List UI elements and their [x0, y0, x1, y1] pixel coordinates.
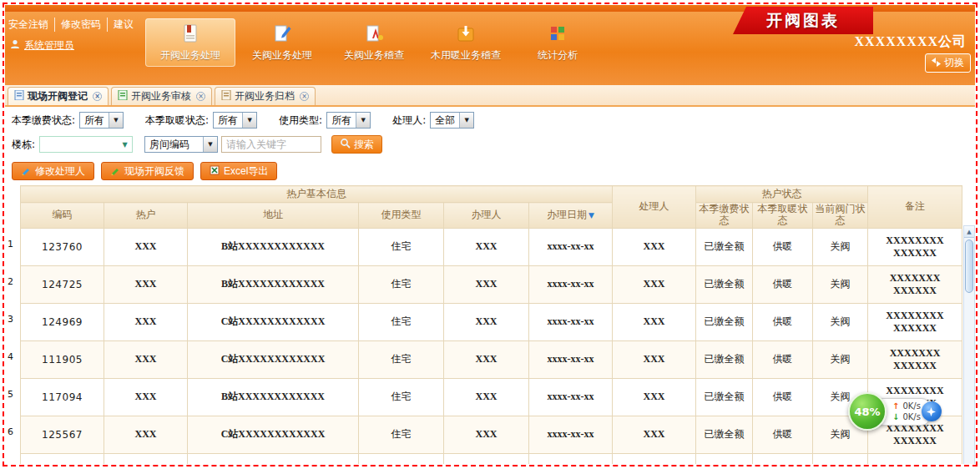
cell-handler: XXX [613, 378, 696, 416]
table-row[interactable]: 117094XXXB站XXXXXXXXXXXX住宅XXXxxxx-xx-xxXX… [21, 378, 962, 416]
table-row[interactable]: 123760XXXB站XXXXXXXXXXXX住宅XXXxxxx-xx-xxXX… [21, 228, 962, 265]
filter-label: 本季缴费状态: [12, 113, 75, 128]
logout-link[interactable]: 安全注销 [8, 18, 48, 32]
nav-label: 木用暖业务稽查 [431, 48, 501, 63]
change-handler-button[interactable]: 修改处理人 [12, 162, 94, 180]
current-user: 系统管理员 [10, 38, 74, 53]
handler-select[interactable]: 全部▼ [430, 112, 474, 129]
dropdown-arrow-icon[interactable]: ▼ [356, 113, 370, 128]
sort-desc-icon[interactable]: ▼ [589, 211, 594, 219]
onsite-open-valve-feedback-button[interactable]: 现场开阀反馈 [101, 162, 194, 180]
header-links: 安全注销 修改密码 建议 [8, 18, 134, 32]
search-field-select[interactable]: 房间编码▼ [144, 136, 218, 153]
tab-label: 开阀业务审核 [131, 89, 191, 103]
filter-use-type: 使用类型: 所有▼ [279, 112, 371, 129]
cell-household: XXX [104, 378, 188, 416]
tab-open-valve-review[interactable]: 开阀业务审核 × [111, 87, 212, 105]
search-button[interactable]: 搜索 [331, 135, 382, 154]
cell-date: xxxx-xx-xx [529, 378, 613, 416]
suggestion-link[interactable]: 建议 [107, 18, 134, 32]
cell-date: xxxx-xx-xx [529, 340, 613, 378]
tab-close-icon[interactable]: × [196, 92, 205, 101]
col-header-handler[interactable]: 处理人 [613, 186, 696, 229]
nav-item-close-valve-audit[interactable]: 关阀业务稽查 [329, 18, 419, 67]
cell-heat: 供暖 [753, 340, 813, 378]
table-row[interactable]: 125567XXXC站XXXXXXXXXXXX住宅XXXxxxx-xx-xxXX… [21, 416, 962, 453]
change-password-link[interactable]: 修改密码 [54, 18, 101, 32]
network-speed-widget[interactable]: 48% ↑0K/s ↓0K/s [848, 392, 942, 431]
cell-remark: XXXXXXXX XXXXXX [868, 303, 962, 340]
col-header-address[interactable]: 地址 [188, 203, 359, 229]
cell-address: C站XXXXXXXXXXXX [188, 416, 359, 453]
dropdown-arrow-icon[interactable]: ▼ [203, 137, 217, 152]
col-header-use-type[interactable]: 使用类型 [359, 203, 444, 229]
results-table-area: 123456 热户基本信息 处理人 热户状态 备注 编码 热户 地址 [5, 185, 975, 464]
nav-item-close-valve[interactable]: 关阀业务处理 [237, 18, 327, 67]
cell-handler: XXX [613, 265, 696, 303]
main-nav: 开阀业务处理 关阀业务处理 关阀业务稽查 木用暖业务稽查 统计分析 [145, 18, 603, 67]
dropdown-arrow-icon[interactable]: ▼ [242, 113, 256, 128]
filter-building: 楼栋: ▼ [12, 136, 133, 153]
scroll-up-icon[interactable]: ▲ [964, 226, 974, 238]
switch-button[interactable]: 切换 [925, 53, 971, 73]
group-header-household-status: 热户状态 [696, 186, 868, 203]
filter-label: 本季取暖状态: [145, 113, 209, 128]
table-row[interactable]: 111905XXXC站XXXXXXXXXXXX住宅XXXxxxx-xx-xxXX… [21, 340, 962, 378]
cell-valve: 关阀 [813, 453, 868, 464]
cell-handler: XXX [613, 340, 696, 378]
nav-item-no-heating-audit[interactable]: 木用暖业务稽查 [421, 18, 511, 67]
col-header-agent[interactable]: 办理人 [444, 203, 529, 229]
building-select[interactable]: ▼ [39, 136, 133, 153]
inbox-arrow-icon [455, 23, 477, 46]
dropdown-arrow-icon[interactable]: ▼ [459, 113, 473, 128]
col-header-date[interactable]: 办理日期▼ [529, 203, 613, 229]
row-number: 1 [8, 225, 20, 263]
group-header-basic-info: 热户基本信息 [21, 186, 613, 203]
cell-remark: XXXXXXX XXXXXX [868, 340, 962, 378]
tab-onsite-open-valve[interactable]: 现场开阀登记 × [8, 87, 109, 105]
cell-agent: XXX [444, 453, 529, 464]
table-row[interactable]: XXXB站XXXXXXXXXXXX住宅XXXxxxx-xx-xxXXX已缴全额供… [21, 453, 962, 464]
assistant-ball-icon[interactable] [922, 401, 942, 421]
row-number [8, 451, 20, 464]
pay-status-select[interactable]: 所有▼ [79, 112, 124, 129]
tab-open-valve-archive[interactable]: 开阀业务归档 × [215, 87, 316, 105]
col-header-code[interactable]: 编码 [21, 203, 104, 229]
row-number: 3 [8, 300, 20, 338]
scrollbar-thumb[interactable] [965, 240, 973, 293]
table-row[interactable]: 124969XXXC站XXXXXXXXXXXX住宅XXXxxxx-xx-xxXX… [21, 303, 962, 340]
download-arrow-icon: ↓ [892, 412, 899, 422]
use-type-select[interactable]: 所有▼ [326, 112, 371, 129]
cell-pay: 已缴全额 [696, 416, 753, 453]
cell-heat: 供暖 [753, 453, 813, 464]
keyword-input[interactable] [221, 136, 321, 153]
upload-arrow-icon: ↑ [892, 401, 899, 411]
table-row[interactable]: 124725XXXB站XXXXXXXXXXXX住宅XXXxxxx-xx-xxXX… [21, 265, 962, 303]
dropdown-arrow-icon[interactable]: ▼ [109, 113, 123, 128]
heat-status-select[interactable]: 所有▼ [213, 112, 257, 129]
col-header-household[interactable]: 热户 [104, 203, 188, 229]
col-header-remark[interactable]: 备注 [868, 186, 962, 229]
nav-item-statistics[interactable]: 统计分析 [513, 18, 603, 67]
progress-ball[interactable]: 48% [848, 392, 887, 431]
cell-date: xxxx-xx-xx [529, 416, 613, 453]
col-header-pay-status[interactable]: 本季缴费状态 [696, 203, 753, 229]
cell-remark: XXXXXXX XXXXXX [868, 265, 962, 303]
cell-date: xxxx-xx-xx [529, 265, 613, 303]
cell-date: xxxx-xx-xx [529, 303, 613, 340]
tab-close-icon[interactable]: × [300, 92, 309, 101]
dropdown-arrow-icon[interactable]: ▼ [118, 137, 132, 152]
row-number: 6 [8, 413, 20, 451]
filter-pay-status: 本季缴费状态: 所有▼ [12, 112, 124, 129]
cell-use-type: 住宅 [359, 416, 444, 453]
cell-remark: XXXXXXXX [868, 453, 962, 464]
col-header-heat-status[interactable]: 本季取暖状态 [753, 203, 813, 229]
current-user-link[interactable]: 系统管理员 [24, 38, 74, 53]
excel-export-button[interactable]: Excel导出 [200, 162, 277, 180]
nav-item-open-valve[interactable]: 开阀业务处理 [145, 18, 235, 67]
vertical-scrollbar[interactable]: ▲ [963, 225, 975, 464]
tab-close-icon[interactable]: × [93, 92, 102, 101]
cell-household: XXX [104, 416, 188, 453]
col-header-valve-status[interactable]: 当前阀门状态 [813, 203, 868, 229]
nav-label: 统计分析 [538, 48, 578, 63]
